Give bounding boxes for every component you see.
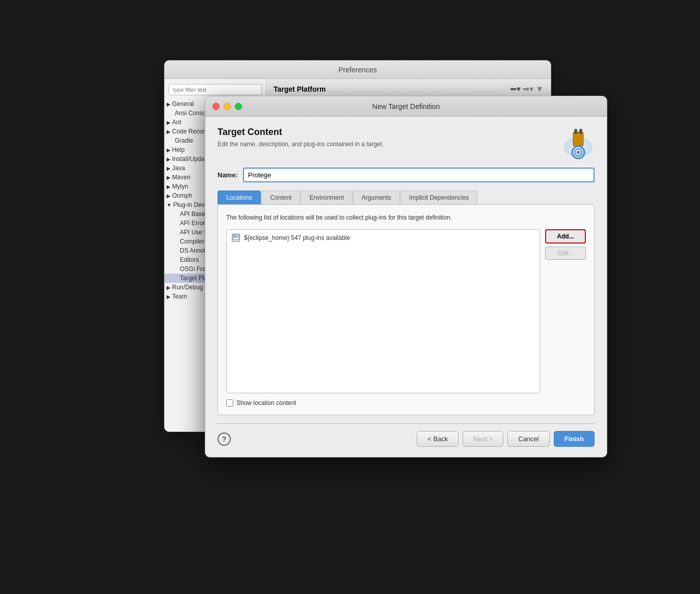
locations-desc: The following list of locations will be …	[226, 213, 586, 222]
tab-implicit-deps[interactable]: Implicit Dependencies	[400, 191, 477, 204]
svg-rect-10	[236, 236, 238, 236]
add-button[interactable]: Add...	[545, 229, 586, 244]
tab-arguments[interactable]: Arguments	[353, 191, 400, 204]
preferences-title: Preferences	[338, 66, 376, 74]
svg-rect-11	[236, 237, 238, 237]
svg-rect-3	[574, 129, 577, 134]
tabs-row: Locations Content Environment Arguments …	[218, 191, 595, 204]
back-arrow-icon[interactable]: ⬅▾	[510, 84, 521, 94]
preferences-titlebar: Preferences	[165, 61, 551, 79]
close-button[interactable]	[212, 103, 220, 110]
footer-right: < Back Next > Cancel Finish	[417, 431, 595, 447]
plugin-icon	[562, 127, 595, 159]
target-content-left: Target Content Edit the name, descriptio…	[218, 127, 384, 148]
show-location-label: Show location content	[236, 399, 296, 407]
finish-button[interactable]: Finish	[554, 431, 595, 447]
preferences-filter[interactable]	[169, 84, 262, 95]
name-label: Name:	[218, 171, 238, 179]
location-buttons: Add... Edit...	[545, 229, 586, 393]
svg-rect-9	[234, 236, 236, 237]
tab-environment[interactable]: Environment	[301, 191, 352, 204]
svg-rect-1	[573, 132, 583, 146]
name-input[interactable]	[243, 168, 595, 182]
target-content-header: Target Content Edit the name, descriptio…	[218, 127, 595, 159]
new-target-dialog: New Target Definition Target Content Edi…	[205, 96, 607, 457]
dialog-title: New Target Definition	[372, 102, 440, 111]
location-item-text: ${eclipse_home} 547 plug-ins available	[244, 234, 350, 241]
section-desc: Edit the name, description, and plug-ins…	[218, 141, 384, 148]
edit-button[interactable]: Edit...	[545, 247, 586, 260]
dialog-footer: ? < Back Next > Cancel Finish	[218, 423, 595, 447]
minimize-button[interactable]	[224, 103, 231, 110]
tab-locations[interactable]: Locations	[218, 191, 261, 204]
target-platform-title: Target Platform	[274, 85, 326, 93]
svg-point-7	[577, 151, 580, 154]
list-item[interactable]: ${eclipse_home} 547 plug-ins available	[227, 230, 540, 246]
cancel-button[interactable]: Cancel	[507, 431, 549, 447]
window-controls	[212, 103, 242, 110]
maximize-button[interactable]	[235, 103, 242, 110]
show-location-row: Show location content	[226, 399, 586, 407]
section-title: Target Content	[218, 127, 384, 138]
back-button[interactable]: < Back	[417, 431, 459, 447]
name-row: Name:	[218, 168, 595, 182]
dialog-titlebar: New Target Definition	[205, 96, 607, 117]
tab-content[interactable]: Content	[261, 191, 300, 204]
location-item-icon	[232, 234, 240, 242]
svg-rect-4	[579, 129, 582, 134]
locations-area: ${eclipse_home} 547 plug-ins available A…	[226, 229, 586, 393]
content-panel: The following list of locations will be …	[218, 204, 595, 415]
dialog-body: Target Content Edit the name, descriptio…	[205, 117, 607, 457]
footer-left: ?	[218, 433, 231, 446]
locations-list: ${eclipse_home} 547 plug-ins available	[226, 229, 540, 393]
show-location-checkbox[interactable]	[226, 399, 233, 407]
dropdown-arrow-icon[interactable]: ▼	[535, 85, 544, 94]
help-button[interactable]: ?	[218, 433, 231, 446]
nav-arrows: ⬅▾ ➡▾ ▼	[510, 84, 544, 94]
forward-arrow-icon[interactable]: ➡▾	[523, 84, 533, 94]
next-button[interactable]: Next >	[463, 431, 503, 447]
